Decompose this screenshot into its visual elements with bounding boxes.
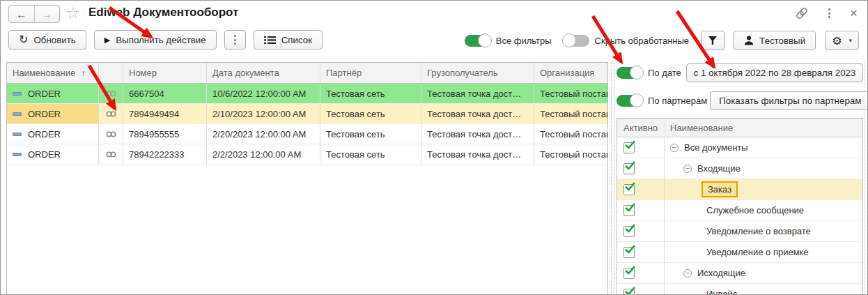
hide-processed-label: Скрыть обработанные bbox=[595, 36, 689, 46]
settings-button[interactable]: ⚙ ▾ bbox=[825, 31, 859, 50]
collapse-icon[interactable] bbox=[683, 269, 692, 278]
chain-link-icon bbox=[106, 131, 116, 137]
selected-cell[interactable]: ORDER bbox=[7, 104, 99, 123]
active-checkbox[interactable] bbox=[623, 184, 635, 195]
list-icon bbox=[264, 36, 276, 45]
hide-processed-toggle[interactable] bbox=[564, 35, 589, 47]
link-icon[interactable] bbox=[795, 6, 809, 20]
all-filters-toggle[interactable] bbox=[465, 35, 490, 47]
document-state-icon bbox=[13, 153, 22, 156]
sort-asc-icon: ↑ bbox=[81, 68, 85, 78]
chain-link-icon bbox=[106, 111, 116, 117]
more-actions-button[interactable] bbox=[224, 30, 246, 50]
app-window: ← → ☆ Ediweb Документооборот × ↻ Обновит… bbox=[0, 0, 868, 295]
header-organization[interactable]: Организация bbox=[534, 63, 607, 83]
table-row[interactable]: ORDER 7894949494 2/10/2023 12:00:00 AM Т… bbox=[7, 104, 607, 124]
collapse-icon[interactable] bbox=[670, 144, 679, 152]
person-icon bbox=[744, 36, 754, 45]
table-row[interactable]: ORDER 78942222333 2/2/2023 12:00:00 AM Т… bbox=[7, 144, 607, 165]
by-date-label: По дате bbox=[648, 68, 681, 78]
execute-action-button[interactable]: ▶ Выполнить действие bbox=[94, 30, 217, 50]
user-button[interactable]: Тестоввый bbox=[734, 31, 816, 50]
document-state-icon bbox=[13, 112, 22, 116]
tree-row[interactable]: Входящие bbox=[617, 158, 862, 179]
documents-table: Наименование ↑ Номер Дата документа Парт… bbox=[6, 62, 608, 295]
back-icon: ← bbox=[16, 8, 26, 20]
active-checkbox[interactable] bbox=[623, 289, 635, 295]
list-view-button[interactable]: Список bbox=[254, 30, 323, 50]
header-number[interactable]: Номер bbox=[123, 63, 207, 83]
tree-row[interactable]: Служебное сообщение bbox=[617, 200, 862, 221]
header-link-col[interactable] bbox=[99, 63, 123, 83]
forward-button[interactable]: → bbox=[35, 6, 60, 22]
chain-link-icon bbox=[106, 151, 116, 158]
active-checkbox[interactable] bbox=[623, 226, 635, 237]
selected-tree-cell[interactable]: Заказ bbox=[702, 181, 738, 197]
page-title: Ediweb Документооборот bbox=[88, 6, 238, 20]
refresh-icon: ↻ bbox=[19, 35, 28, 45]
all-filters-label: Все фильтры bbox=[496, 36, 552, 46]
tree-header-name[interactable]: Наименование bbox=[665, 123, 862, 133]
date-range-button[interactable]: с 1 октября 2022 по 28 февраля 2023 bbox=[686, 63, 863, 82]
by-date-toggle[interactable] bbox=[617, 67, 642, 79]
title-bar: ← → ☆ Ediweb Документооборот × bbox=[1, 1, 867, 27]
header-name[interactable]: Наименование ↑ bbox=[7, 63, 99, 83]
filter-button[interactable] bbox=[701, 31, 724, 50]
toolbar: ↻ Обновить ▶ Выполнить действие Список bbox=[1, 30, 867, 51]
forward-icon: → bbox=[42, 8, 52, 20]
header-partner[interactable]: Партнёр bbox=[320, 63, 421, 83]
close-icon[interactable]: × bbox=[850, 7, 858, 20]
tree-header-row: Активно Наименование bbox=[617, 119, 862, 137]
more-menu-icon[interactable] bbox=[826, 7, 833, 20]
tree-header-active[interactable]: Активно bbox=[617, 123, 665, 133]
pane-splitter[interactable] bbox=[611, 62, 614, 295]
play-icon: ▶ bbox=[104, 36, 110, 45]
favorite-star-icon[interactable]: ☆ bbox=[65, 3, 81, 23]
show-partner-filters-button[interactable]: Показать фильтры по партнерам bbox=[710, 91, 868, 110]
filters-panel: По дате с 1 октября 2022 по 28 февраля 2… bbox=[617, 62, 863, 295]
tree-row-selected[interactable]: Заказ bbox=[617, 179, 862, 200]
history-nav: ← → bbox=[8, 5, 60, 23]
refresh-button[interactable]: ↻ Обновить bbox=[8, 30, 86, 50]
document-state-icon bbox=[13, 92, 22, 96]
table-header-row: Наименование ↑ Номер Дата документа Парт… bbox=[7, 63, 607, 84]
tree-row[interactable]: Все документы bbox=[617, 137, 862, 158]
chain-link-icon bbox=[106, 91, 116, 97]
by-partners-toggle[interactable] bbox=[617, 95, 642, 107]
back-button[interactable]: ← bbox=[9, 6, 35, 22]
active-checkbox[interactable] bbox=[623, 163, 635, 174]
document-state-icon bbox=[13, 133, 22, 136]
header-consignee[interactable]: Грузополучатель bbox=[421, 63, 534, 83]
kebab-icon bbox=[231, 33, 239, 46]
collapse-icon[interactable] bbox=[683, 165, 692, 173]
active-checkbox[interactable] bbox=[623, 205, 635, 216]
tree-row[interactable]: Уведомление о возврате bbox=[617, 221, 862, 242]
funnel-icon bbox=[708, 36, 718, 45]
active-checkbox[interactable] bbox=[623, 142, 635, 153]
tree-row[interactable]: Уведомление о приемке bbox=[617, 242, 862, 263]
header-date[interactable]: Дата документа bbox=[207, 63, 320, 83]
gear-icon: ⚙ bbox=[832, 34, 842, 47]
table-row[interactable]: ORDER 6667504 10/6/2022 12:00:00 AM Тест… bbox=[7, 84, 607, 104]
chevron-down-icon: ▾ bbox=[848, 37, 852, 44]
active-checkbox[interactable] bbox=[623, 247, 635, 258]
tree-row[interactable]: Инвойс bbox=[617, 284, 862, 295]
by-partners-label: По партнерам bbox=[648, 96, 707, 106]
active-checkbox[interactable] bbox=[623, 268, 635, 279]
document-types-tree: Активно Наименование Все документы Входя… bbox=[617, 118, 863, 295]
table-row[interactable]: ORDER 7894955555 2/20/2023 12:00:00 AM Т… bbox=[7, 124, 607, 144]
tree-row[interactable]: Исходящие bbox=[617, 263, 862, 284]
